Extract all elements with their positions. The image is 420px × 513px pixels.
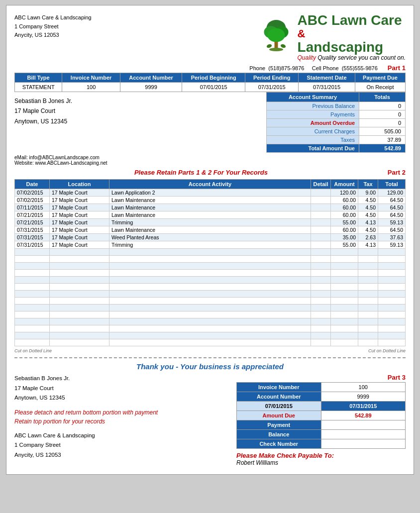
check-payable-name: Robert Williams xyxy=(236,459,406,466)
activity-row: 07/21/2015 17 Maple Court Lawn Maintenan… xyxy=(15,211,406,219)
activity-location: 17 Maple Court xyxy=(50,189,109,197)
activity-date: 07/02/2015 xyxy=(15,197,50,204)
company-address-line: 1 Company Street xyxy=(14,22,92,31)
header: ABC Lawn Care & Landscaping 1 Company St… xyxy=(14,13,406,61)
invoice-header-table: Bill Type Invoice Number Account Number … xyxy=(14,73,406,92)
activity-name: Lawn Application 2 xyxy=(109,189,311,197)
activity-row: 07/02/2015 17 Maple Court Lawn Maintenan… xyxy=(15,197,406,204)
cut-line-row: Cut on Dotted Line Cut on Dotted Line xyxy=(14,348,406,353)
bottom-right: Part 3 Invoice Number 100 Account Number… xyxy=(236,374,406,466)
taxes-value: 37.89 xyxy=(359,136,406,144)
phone-info: Phone (518)875-9876 Cell Phone (555)555-… xyxy=(249,65,378,71)
cut-dotted-line xyxy=(14,357,406,358)
tree-logo-icon xyxy=(259,20,294,55)
period-beginning-value: 07/01/2015 xyxy=(182,83,245,92)
col-statement-date: Statement Date xyxy=(299,73,355,83)
cut-label-left: Cut on Dotted Line xyxy=(14,348,52,353)
activity-table: Date Location Account Activity Detail Am… xyxy=(14,179,406,346)
svg-point-5 xyxy=(269,48,283,51)
customer-address: 17 Maple Court xyxy=(14,106,266,116)
amount-overdue-value: 0 xyxy=(359,119,406,127)
company-name-line1: ABC Lawn Care & Landscaping xyxy=(14,13,92,22)
company-city: Anycity, US 12053 xyxy=(14,31,92,40)
bottom-company-name: ABC Lawn Care & Landscaping xyxy=(14,431,226,441)
svg-point-3 xyxy=(267,28,285,42)
bottom-customer-name: Sebastian B Jones Jr. xyxy=(14,374,226,384)
company-landscaping: Landscaping xyxy=(298,40,406,54)
col-bill-type: Bill Type xyxy=(15,73,62,83)
customer-name: Sebastian B Jones Jr. xyxy=(14,96,266,106)
col-period-ending: Period Ending xyxy=(245,73,299,83)
activity-name: Lawn Maintenance xyxy=(109,211,311,219)
totals-col: Totals xyxy=(359,93,406,102)
col-account-number: Account Number xyxy=(120,73,182,83)
activity-tax: 4.13 xyxy=(358,219,378,226)
activity-amount: 60.00 xyxy=(331,211,358,219)
activity-amount: 60.00 xyxy=(331,226,358,234)
middle-section: Sebastian B Jones Jr. 17 Maple Court Any… xyxy=(14,92,406,153)
activity-total: 64.50 xyxy=(378,197,406,204)
col-tax: Tax xyxy=(358,180,378,189)
account-number-value: 9999 xyxy=(120,83,182,92)
company-ampersand: & xyxy=(298,27,406,40)
activity-date: 07/31/2015 xyxy=(15,241,50,249)
col-detail: Detail xyxy=(311,180,331,189)
pt-payment-label: Payment xyxy=(237,420,321,430)
activity-date: 07/11/2015 xyxy=(15,204,50,211)
activity-date: 07/21/2015 xyxy=(15,211,50,219)
activity-location: 17 Maple Court xyxy=(50,211,109,219)
activity-location: 17 Maple Court xyxy=(50,204,109,211)
payments-value: 0 xyxy=(359,110,406,119)
pt-balance-label: Balance xyxy=(237,430,321,439)
pt-date-start: 07/01/2015 xyxy=(237,402,321,411)
pt-balance-value xyxy=(321,430,406,439)
bottom-left: Sebastian B Jones Jr. 17 Maple Court Any… xyxy=(14,374,226,466)
activity-name: Trimming xyxy=(109,219,311,226)
activity-name: Lawn Maintenance xyxy=(109,204,311,211)
activity-total: 59.13 xyxy=(378,219,406,226)
activity-detail xyxy=(311,204,331,211)
prev-balance-value: 0 xyxy=(359,102,406,110)
cut-label-right: Cut on Dotted Line xyxy=(368,348,406,353)
activity-total: 64.50 xyxy=(378,226,406,234)
logo-area: ABC Lawn Care & Landscaping Quality Qual… xyxy=(259,13,406,61)
activity-detail xyxy=(311,241,331,249)
total-label: Total Amount Due xyxy=(267,144,359,153)
phone-line: Phone (518)875-9876 Cell Phone (555)555-… xyxy=(14,64,406,72)
activity-location: 17 Maple Court xyxy=(50,234,109,241)
pt-invoice-label: Invoice Number xyxy=(237,383,321,392)
col-location: Location xyxy=(50,180,109,189)
activity-name: Lawn Maintenance xyxy=(109,226,311,234)
activity-tax: 9.00 xyxy=(358,189,378,197)
activity-tax: 4.13 xyxy=(358,241,378,249)
website-line: Website: www.ABCLawn-Landscaping.net xyxy=(14,160,107,166)
col-invoice-number: Invoice Number xyxy=(62,73,120,83)
pt-amount-value: 542.89 xyxy=(321,411,406,420)
activity-detail xyxy=(311,219,331,226)
bill-type-value: STATEMENT xyxy=(15,83,62,92)
activity-row: 07/31/2015 17 Maple Court Trimming 55.00… xyxy=(15,241,406,249)
pt-amount-label: Amount Due xyxy=(237,411,321,420)
activity-detail xyxy=(311,226,331,234)
contact-section: eMail: info@ABCLawnLandscape.com Website… xyxy=(14,155,107,166)
activity-amount: 120.00 xyxy=(331,189,358,197)
svg-point-6 xyxy=(266,43,272,48)
activity-date: 07/31/2015 xyxy=(15,234,50,241)
company-name-abc: ABC Lawn Care xyxy=(298,13,406,27)
activity-location: 17 Maple Court xyxy=(50,241,109,249)
total-amount: 542.89 xyxy=(359,144,406,153)
invoice-page: ABC Lawn Care & Landscaping 1 Company St… xyxy=(6,5,414,475)
activity-row: 07/31/2015 17 Maple Court Lawn Maintenan… xyxy=(15,226,406,234)
current-charges-value: 505.00 xyxy=(359,127,406,136)
col-date: Date xyxy=(15,180,50,189)
activity-amount: 60.00 xyxy=(331,197,358,204)
part3-label: Part 3 xyxy=(236,374,406,381)
activity-detail xyxy=(311,189,331,197)
payment-table: Invoice Number 100 Account Number 9999 0… xyxy=(236,382,406,449)
svg-point-7 xyxy=(280,43,286,48)
pt-account-label: Account Number xyxy=(237,392,321,402)
company-address: ABC Lawn Care & Landscaping 1 Company St… xyxy=(14,13,92,40)
activity-amount: 35.00 xyxy=(331,234,358,241)
activity-row: 07/11/2015 17 Maple Court Lawn Maintenan… xyxy=(15,204,406,211)
activity-name: Lawn Maintenance xyxy=(109,197,311,204)
